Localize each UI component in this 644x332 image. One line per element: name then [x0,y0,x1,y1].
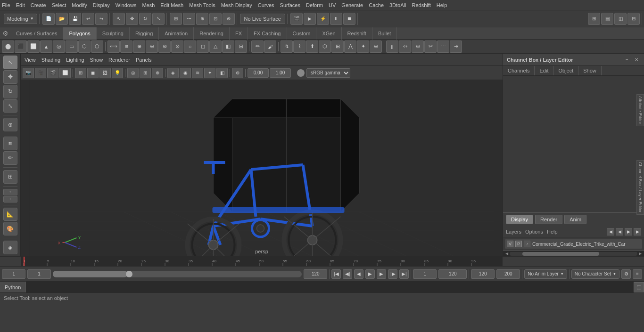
menu-curves[interactable]: Curves [258,2,274,8]
go-end-button[interactable]: ▶| [399,269,409,279]
tab-rigging[interactable]: Rigging [130,27,159,40]
tab-animation[interactable]: Animation [159,27,194,40]
tab-rendering[interactable]: Rendering [194,27,230,40]
light-button[interactable]: 💡 [112,68,123,78]
anim-tab[interactable]: Anim [564,215,586,224]
undo-button[interactable]: ↩ [82,13,94,25]
edge-flow-icon[interactable]: ↯ [281,40,293,53]
resolution-gate-button[interactable]: ⬜ [59,68,71,78]
universal-manip-button[interactable]: ⊕ [3,118,17,131]
move-button[interactable]: ✥ [126,13,138,25]
layout-button-1[interactable]: ⊞ [588,13,600,25]
camera-select-button[interactable]: 📷 [23,68,34,78]
poly-sphere-icon[interactable]: ⬤ [2,40,14,53]
poly-mirror-icon[interactable]: ⟺ [107,40,120,53]
poly-bridge-icon[interactable]: ⊟ [235,40,247,53]
menu-help[interactable]: Help [437,2,447,8]
subdiv-button[interactable]: ≋ [192,68,203,78]
camera-attr-button[interactable]: 🎥 [35,68,46,78]
menu-display[interactable]: Display [93,2,110,8]
lighting-menu[interactable]: Lighting [66,57,84,63]
wireframe-button[interactable]: ⊞ [75,68,86,78]
snap-grid-button[interactable]: ⊞ [170,13,182,25]
show-grid-button[interactable]: ⊞ [140,68,151,78]
sculpt-icon[interactable]: 🖌 [264,40,276,53]
depth-buffer-button[interactable]: ◧ [216,68,228,78]
render-preview-button[interactable]: 🎨 [3,222,17,235]
help-tab[interactable]: Help [547,229,558,235]
scroll-right-arrow[interactable]: ▶ [637,251,643,257]
poly-tri-icon[interactable]: △ [209,40,222,53]
show-joints-button[interactable]: ⊕ [152,68,163,78]
show-menu[interactable]: Show [90,57,103,63]
scale-mode-button[interactable]: ⤡ [3,99,17,113]
new-file-button[interactable]: 📄 [42,13,55,25]
tab-custom[interactable]: Custom [287,27,317,40]
xray-button[interactable]: ◈ [3,241,17,254]
layout-button-3[interactable]: ◫ [614,13,627,25]
menu-surfaces[interactable]: Surfaces [280,2,300,8]
menu-3dtall[interactable]: 3DtoAll [389,2,406,8]
paint-sel-icon[interactable]: ✏ [251,40,264,53]
timeline-slider-thumb[interactable] [126,271,132,277]
rotate-button[interactable]: ↻ [139,13,151,25]
scene-fx-button[interactable]: ✦ [204,68,215,78]
scroll-track[interactable] [510,252,637,256]
channel-box-tab-edit[interactable]: Edit [535,66,553,75]
select-mode-button[interactable]: ↖ [3,56,17,69]
attribute-editor-tab[interactable]: Attribute Editor [636,94,644,126]
snap-curve-button[interactable]: 〜 [183,13,195,25]
channel-box-tab-object[interactable]: Object [553,66,578,75]
snap-curve-small-button[interactable]: + [3,196,17,202]
extrude-icon[interactable]: ⬆ [306,40,318,53]
smooth-shade-button[interactable]: ◼ [87,68,99,78]
timeline-slider[interactable] [53,271,302,277]
menu-deform[interactable]: Deform [306,2,323,8]
menu-modify[interactable]: Modify [72,2,87,8]
layer-end-button[interactable]: ▶ [634,228,641,235]
next-frame-button[interactable]: ▶ [377,269,386,279]
play-button[interactable]: ▶ [365,269,375,279]
snap-grid-small-button[interactable]: + [3,189,17,195]
soft-mod-button[interactable]: ≋ [3,137,17,150]
total-frames-input[interactable] [471,269,495,279]
tab-curves-surfaces[interactable]: Curves / Surfaces [10,27,63,40]
poly-cube-icon[interactable]: ⬛ [15,40,27,53]
pause-render-button[interactable]: ⏸ [330,13,342,25]
bevel-icon[interactable]: ⌇ [293,40,305,53]
menu-generate[interactable]: Generate [341,2,363,8]
tab-fx-caching[interactable]: FX Caching [248,27,287,40]
texture-button[interactable]: 🖼 [99,68,111,78]
scroll-thumb[interactable] [522,252,599,256]
multi-cut-icon[interactable]: ✂ [424,40,437,53]
view-menu[interactable]: View [25,57,36,63]
gamma-select[interactable]: sRGB gamma [306,68,350,78]
poly-smooth-icon[interactable]: ≋ [120,40,132,53]
render-settings-button[interactable]: 🎬 [290,13,303,25]
tab-xgen[interactable]: XGen [316,27,341,40]
wedge-icon[interactable]: ⋀ [344,40,356,53]
channel-box-side-tab[interactable]: Channel Box / Layer Editor [636,160,644,215]
anim-extra-button[interactable]: ≡ [633,269,642,279]
menu-uv[interactable]: UV [329,2,336,8]
display-tab[interactable]: Display [506,215,533,224]
range-start-input[interactable] [413,269,437,279]
menu-edit[interactable]: Edit [16,2,25,8]
inset-icon[interactable]: ⬡ [319,40,331,53]
prev-frame-button[interactable]: ◀ [354,269,363,279]
menu-select[interactable]: Select [52,2,66,8]
scale-button[interactable]: ⤡ [152,13,165,25]
connect-icon[interactable]: ⋯ [437,40,449,53]
layer-collapse-right-button[interactable]: ◀ [616,228,623,235]
snap-to-poly-button[interactable]: ⊛ [232,68,243,78]
range-end-input[interactable] [438,269,467,279]
python-copy-icon[interactable]: ⬚ [634,282,644,292]
move-mode-button[interactable]: ✥ [3,70,17,84]
camera-ty-input[interactable] [270,68,291,78]
poly-extract-icon[interactable]: ⊘ [171,40,183,53]
layer-render-button[interactable]: P [515,241,522,247]
tab-sculpting[interactable]: Sculpting [97,27,130,40]
menu-windows[interactable]: Windows [116,2,137,8]
menu-mesh-tools[interactable]: Mesh Tools [189,2,215,8]
isolate-button[interactable]: ◎ [127,68,139,78]
